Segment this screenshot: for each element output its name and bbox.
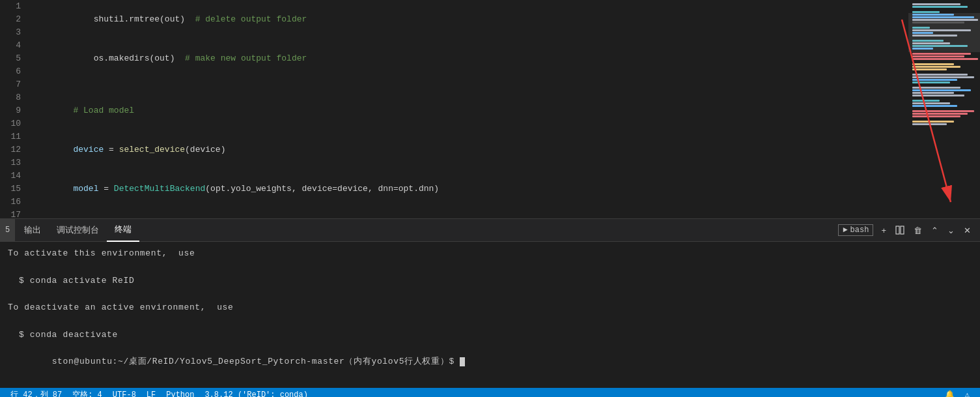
tab-debug[interactable]: 调试控制台 — [49, 219, 107, 242]
terminal-icon: ► — [843, 226, 847, 235]
tab-output[interactable]: 输出 — [16, 219, 49, 242]
close-terminal-button[interactable]: ✕ — [960, 223, 975, 238]
terminal-line: To deactivate an active environment, use — [8, 301, 972, 315]
code-line — [33, 78, 908, 91]
svg-rect-2 — [896, 226, 899, 234]
tab-terminal[interactable]: 终端 — [107, 219, 139, 242]
code-line: stride, names, pt, jit, onnx = model.str… — [33, 209, 908, 218]
status-line-ending[interactable]: LF — [141, 388, 161, 397]
tab-number: 5 — [0, 219, 15, 242]
minimize-terminal-button[interactable]: ⌄ — [944, 223, 959, 238]
code-line: # Load model — [33, 91, 908, 130]
warning-icon: ⚠ — [965, 390, 970, 397]
code-content[interactable]: shutil.rmtree(out) # delete output folde… — [26, 0, 908, 218]
terminal-line: $ conda deactivate — [8, 329, 972, 342]
terminal-prompt-line: ston@ubuntu:~/桌面/ReID/Yolov5_DeepSort_Py… — [8, 342, 972, 383]
terminal-tabs: 5 输出 调试控制台 终端 ► bash + 🗑 ⌃ — [0, 219, 980, 242]
bash-label: bash — [850, 226, 869, 235]
kill-terminal-button[interactable]: 🗑 — [910, 223, 926, 238]
status-bar: 行 42，列 87 空格: 4 UTF-8 LF Python 3.8.12 (… — [0, 388, 980, 397]
code-line: model = DetectMultiBackend(opt.yolo_weig… — [33, 169, 908, 209]
code-line: os.makedirs(out) # make new output folde… — [33, 39, 908, 78]
status-encoding[interactable]: UTF-8 — [107, 388, 141, 397]
notification-icon: 🔔 — [945, 390, 955, 397]
status-env[interactable]: 3.8.12 ('ReID': conda) — [199, 388, 313, 397]
status-warning[interactable]: ⚠ — [960, 388, 975, 397]
maximize-terminal-button[interactable]: ⌃ — [927, 223, 942, 238]
minimap — [908, 0, 980, 218]
terminal-actions: ► bash + 🗑 ⌃ ⌄ ✕ — [838, 223, 980, 238]
status-line-col[interactable]: 行 42，列 87 — [5, 388, 67, 397]
code-line: shutil.rmtree(out) # delete output folde… — [33, 0, 908, 39]
terminal-line — [8, 315, 972, 329]
status-spaces[interactable]: 空格: 4 — [67, 388, 107, 397]
new-terminal-button[interactable]: + — [877, 223, 890, 238]
terminal-line: To activate this environment, use — [8, 247, 972, 261]
split-terminal-button[interactable] — [891, 223, 908, 237]
terminal-line: $ conda activate ReID — [8, 274, 972, 288]
code-line: device = select_device(device) — [33, 130, 908, 169]
line-numbers: 1 2 3 4 5 6 7 8 9 10 11 12 13 14 15 16 1… — [0, 0, 26, 218]
terminal-cursor — [460, 357, 465, 366]
terminal-line — [8, 287, 972, 301]
bash-badge: ► bash — [838, 224, 873, 236]
terminal-panel: 5 输出 调试控制台 终端 ► bash + 🗑 ⌃ — [0, 218, 980, 388]
status-language[interactable]: Python — [161, 388, 199, 397]
terminal-content[interactable]: To activate this environment, use $ cond… — [0, 242, 980, 388]
terminal-line — [8, 261, 972, 274]
svg-rect-3 — [901, 226, 904, 234]
code-editor: 1 2 3 4 5 6 7 8 9 10 11 12 13 14 15 16 1… — [0, 0, 980, 218]
terminal-prompt: ston@ubuntu:~/桌面/ReID/Yolov5_DeepSort_Py… — [52, 357, 460, 366]
status-notification[interactable]: 🔔 — [940, 388, 960, 397]
